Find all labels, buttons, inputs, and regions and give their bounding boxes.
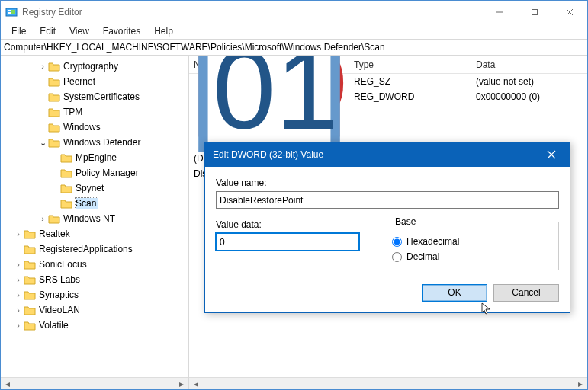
scroll-right-icon[interactable]: ▸	[575, 379, 586, 389]
titlebar: Registry Editor	[1, 1, 587, 24]
radio-dec-input[interactable]	[392, 252, 402, 262]
folder-icon	[48, 107, 60, 117]
radio-hex-input[interactable]	[392, 237, 402, 247]
close-button[interactable]	[552, 1, 587, 24]
tree-item[interactable]: SonicFocus	[39, 259, 87, 270]
folder-icon	[48, 76, 60, 87]
value-name-input[interactable]	[216, 191, 559, 209]
tree-item[interactable]: Synaptics	[39, 289, 79, 300]
folder-icon	[60, 152, 72, 163]
scroll-right-icon[interactable]: ▸	[176, 379, 187, 389]
base-fieldset: Base Hexadecimal Decimal	[384, 216, 559, 270]
base-label: Base	[392, 216, 419, 227]
window-title: Registry Editor	[22, 7, 482, 18]
svg-rect-5	[532, 10, 538, 15]
folder-icon	[48, 61, 60, 72]
folder-icon	[48, 91, 60, 102]
value-name-label: Value name:	[216, 177, 559, 188]
chevron-right-icon[interactable]: ›	[13, 275, 24, 284]
tree-item[interactable]: RegisteredApplications	[39, 244, 133, 254]
folder-icon	[48, 122, 60, 133]
menu-favorites[interactable]: Favorites	[97, 24, 146, 38]
regedit-icon	[5, 6, 18, 18]
radio-decimal[interactable]: Decimal	[392, 251, 551, 262]
address-text: Computer\HKEY_LOCAL_MACHINE\SOFTWARE\Pol…	[4, 42, 385, 53]
menu-view[interactable]: View	[63, 24, 95, 38]
value-data: 0x00000000 (0)	[471, 91, 587, 102]
value-type: REG_DWORD	[349, 91, 471, 102]
radio-hexadecimal[interactable]: Hexadecimal	[392, 236, 551, 247]
svg-rect-1	[8, 10, 11, 11]
tree-item[interactable]: SRS Labs	[39, 274, 80, 285]
tree-horizontal-scrollbar[interactable]: ◂ ▸	[1, 377, 188, 389]
value-type: REG_SZ	[349, 76, 471, 87]
menu-edit[interactable]: Edit	[34, 24, 62, 38]
list-row[interactable]: 011DisableRestorePoint REG_DWORD 0x00000…	[189, 89, 587, 104]
tree-item[interactable]: Policy Manager	[76, 168, 139, 178]
tree-item[interactable]: Peernet	[63, 76, 95, 87]
folder-icon	[60, 198, 72, 209]
svg-rect-2	[8, 12, 11, 14]
tree-item[interactable]: Spynet	[76, 183, 104, 193]
menu-help[interactable]: Help	[148, 24, 179, 38]
scroll-left-icon[interactable]: ◂	[2, 379, 13, 389]
value-data-input[interactable]	[216, 233, 359, 251]
chevron-right-icon[interactable]: ›	[13, 229, 24, 238]
folder-icon	[60, 168, 72, 178]
chevron-right-icon[interactable]: ›	[37, 214, 48, 223]
menu-file[interactable]: File	[5, 24, 32, 38]
maximize-button[interactable]	[517, 1, 552, 24]
chevron-right-icon[interactable]: ›	[13, 321, 24, 330]
chevron-down-icon[interactable]: ⌄	[37, 138, 48, 148]
menubar: File Edit View Favorites Help	[1, 24, 587, 39]
column-type[interactable]: Type	[349, 59, 471, 70]
folder-icon	[24, 289, 36, 300]
chevron-right-icon[interactable]: ›	[13, 260, 24, 269]
tree-item[interactable]: MpEngine	[76, 152, 117, 163]
folder-icon	[24, 259, 36, 270]
tree-item[interactable]: VideoLAN	[39, 305, 80, 315]
folder-icon	[24, 229, 36, 239]
dialog-close-button[interactable]	[541, 150, 562, 159]
list-horizontal-scrollbar[interactable]: ◂ ▸	[189, 377, 587, 389]
tree-item[interactable]: Realtek	[39, 229, 70, 239]
cancel-button[interactable]: Cancel	[493, 284, 559, 302]
svg-text:011: 011	[213, 56, 345, 152]
tree-item[interactable]: Cryptography	[63, 61, 118, 72]
folder-icon	[24, 305, 36, 315]
tree-item[interactable]: Windows Defender	[63, 137, 140, 148]
tree-item[interactable]: TPM	[63, 107, 82, 117]
folder-icon	[48, 137, 60, 148]
column-data[interactable]: Data	[471, 59, 587, 70]
chevron-right-icon[interactable]: ›	[13, 305, 24, 315]
minimize-button[interactable]	[482, 1, 517, 24]
ok-button[interactable]: OK	[422, 284, 487, 302]
tree-item[interactable]: Windows	[63, 122, 101, 133]
dialog-title: Edit DWORD (32-bit) Value	[213, 149, 541, 160]
tree-item-selected[interactable]: Scan	[76, 198, 98, 209]
dialog-titlebar: Edit DWORD (32-bit) Value	[205, 142, 570, 167]
folder-icon	[24, 244, 36, 254]
chevron-right-icon[interactable]: ›	[13, 290, 24, 299]
folder-icon	[48, 213, 60, 224]
tree-item[interactable]: SystemCertificates	[63, 91, 140, 102]
tree-item[interactable]: Windows NT	[63, 213, 115, 224]
tree-item[interactable]: Volatile	[39, 320, 69, 331]
folder-icon	[24, 274, 36, 285]
scroll-left-icon[interactable]: ◂	[191, 379, 201, 389]
chevron-right-icon[interactable]: ›	[37, 62, 48, 71]
edit-dword-dialog: Edit DWORD (32-bit) Value Value name: Va…	[204, 142, 570, 313]
tree-pane[interactable]: ›Cryptography Peernet SystemCertificates…	[1, 56, 189, 389]
folder-icon	[24, 320, 36, 331]
value-data: (value not set)	[471, 76, 587, 87]
folder-icon	[60, 183, 72, 193]
svg-rect-3	[11, 10, 15, 14]
value-data-label: Value data:	[216, 219, 368, 230]
address-bar[interactable]: Computer\HKEY_LOCAL_MACHINE\SOFTWARE\Pol…	[1, 39, 587, 56]
